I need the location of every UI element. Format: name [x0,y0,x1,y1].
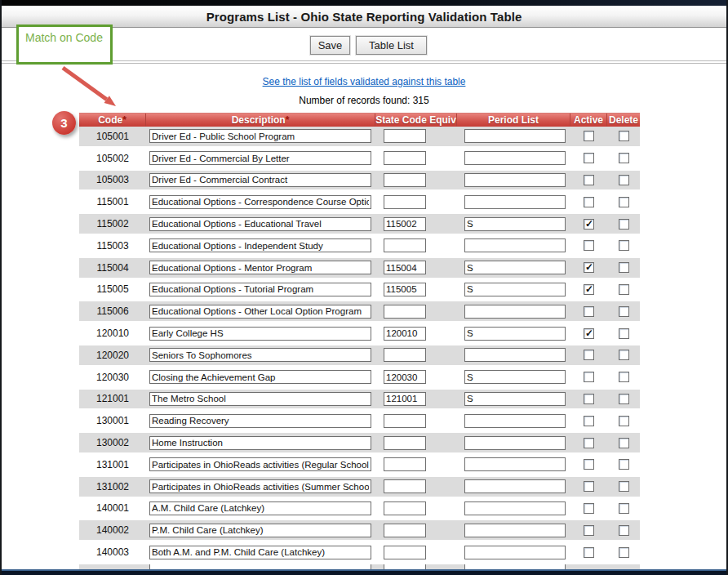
period-list-input[interactable] [464,151,566,165]
description-input[interactable] [149,238,371,252]
active-checkbox[interactable] [584,416,594,426]
active-checkbox[interactable] [584,525,594,536]
save-button[interactable]: Save [310,36,350,55]
state-code-input[interactable] [384,261,426,274]
active-checkbox[interactable] [584,197,594,207]
description-input[interactable] [149,173,371,187]
description-input[interactable] [149,305,371,319]
active-checkbox[interactable] [584,481,594,492]
delete-checkbox[interactable] [619,175,629,185]
state-code-input[interactable] [384,195,426,209]
description-input[interactable] [149,524,371,537]
description-input[interactable] [149,348,371,362]
delete-checkbox[interactable] [619,394,629,404]
description-input[interactable] [149,129,371,143]
state-code-input[interactable] [384,414,426,428]
active-checkbox[interactable] [584,175,594,185]
period-list-input[interactable] [464,173,566,187]
delete-checkbox[interactable] [619,547,629,558]
description-input[interactable] [149,283,371,296]
period-list-input[interactable] [464,283,566,296]
state-code-input[interactable] [384,327,426,341]
description-input[interactable] [149,457,371,471]
description-input[interactable] [149,392,371,406]
state-code-input[interactable] [384,129,426,143]
validated-fields-link[interactable]: See the list of fields validated against… [263,76,466,87]
description-input[interactable] [149,479,371,493]
delete-checkbox[interactable] [619,459,629,470]
active-checkbox[interactable] [584,372,594,382]
delete-checkbox[interactable] [619,284,629,295]
delete-checkbox[interactable] [619,416,629,426]
description-input[interactable] [149,195,371,209]
delete-checkbox[interactable] [619,262,629,273]
delete-checkbox[interactable] [619,219,629,230]
state-code-input[interactable] [384,546,426,559]
state-code-input[interactable] [384,348,426,362]
state-code-input[interactable] [384,305,426,319]
active-checkbox[interactable] [584,219,594,230]
period-list-input[interactable] [464,217,566,231]
description-input[interactable] [149,414,371,428]
delete-checkbox[interactable] [619,240,629,251]
active-checkbox[interactable] [584,350,594,360]
active-checkbox[interactable] [584,153,594,163]
description-input[interactable] [149,151,371,165]
state-code-input[interactable] [384,238,426,252]
period-list-input[interactable] [464,414,566,428]
period-list-input[interactable] [464,305,566,319]
delete-checkbox[interactable] [619,197,629,207]
period-list-input[interactable] [464,524,566,537]
period-list-input[interactable] [464,261,566,274]
period-list-input[interactable] [464,501,566,515]
delete-checkbox[interactable] [619,503,629,514]
description-input[interactable] [149,217,371,231]
period-list-input[interactable] [464,327,566,341]
period-list-input[interactable] [464,479,566,493]
active-checkbox[interactable] [584,394,594,404]
state-code-input[interactable] [384,479,426,493]
delete-checkbox[interactable] [619,350,629,360]
state-code-input[interactable] [384,457,426,471]
delete-checkbox[interactable] [619,306,629,317]
active-checkbox[interactable] [584,503,594,514]
period-list-input[interactable] [464,370,566,384]
delete-checkbox[interactable] [619,131,629,141]
period-list-input[interactable] [464,392,566,406]
state-code-input[interactable] [384,283,426,296]
table-list-button[interactable]: Table List [356,36,427,55]
state-code-input[interactable] [384,173,426,187]
description-input[interactable] [149,501,371,515]
delete-checkbox[interactable] [619,481,629,492]
period-list-input[interactable] [464,195,566,209]
active-checkbox[interactable] [584,328,594,339]
active-checkbox[interactable] [584,262,594,273]
state-code-input[interactable] [384,370,426,384]
delete-checkbox[interactable] [619,372,629,382]
active-checkbox[interactable] [584,131,594,141]
active-checkbox[interactable] [584,240,594,251]
period-list-input[interactable] [464,129,566,143]
active-checkbox[interactable] [584,306,594,317]
description-input[interactable] [149,546,371,559]
description-input[interactable] [149,436,371,450]
active-checkbox[interactable] [584,547,594,558]
state-code-input[interactable] [384,436,426,450]
active-checkbox[interactable] [584,284,594,295]
description-input[interactable] [149,261,371,274]
state-code-input[interactable] [384,151,426,165]
period-list-input[interactable] [464,457,566,471]
description-input[interactable] [149,327,371,341]
delete-checkbox[interactable] [619,525,629,536]
period-list-input[interactable] [464,238,566,252]
delete-checkbox[interactable] [619,328,629,339]
state-code-input[interactable] [384,217,426,231]
description-input[interactable] [149,370,371,384]
state-code-input[interactable] [384,524,426,537]
delete-checkbox[interactable] [619,153,629,163]
period-list-input[interactable] [464,546,566,559]
period-list-input[interactable] [464,348,566,362]
active-checkbox[interactable] [584,438,594,448]
state-code-input[interactable] [384,501,426,515]
active-checkbox[interactable] [584,459,594,470]
